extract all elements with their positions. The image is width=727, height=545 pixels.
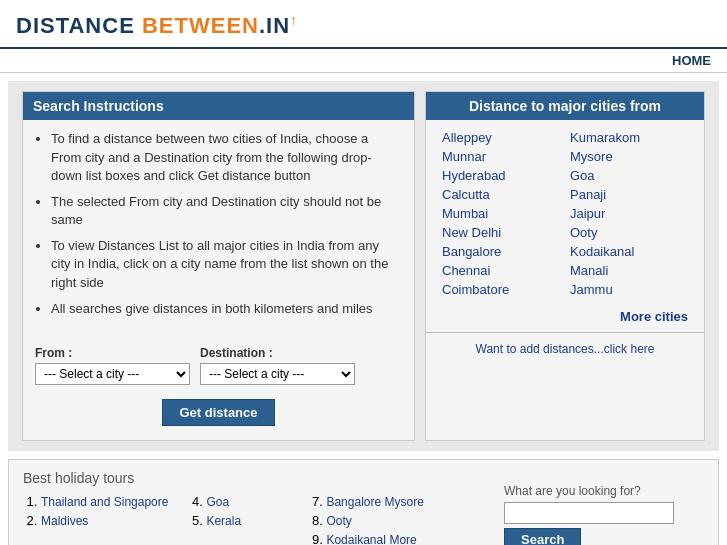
top-nav: HOME <box>0 49 727 73</box>
tour-link-maldives[interactable]: Maldives <box>41 514 88 528</box>
instruction-item-4: All searches give distances in both kilo… <box>51 300 402 318</box>
instruction-item-1: To find a distance between two cities of… <box>51 130 402 185</box>
city-link-mumbai[interactable]: Mumbai <box>442 206 560 221</box>
tour-item-7: Bangalore Mysore <box>326 494 423 509</box>
city-link-munnar[interactable]: Munnar <box>442 149 560 164</box>
city-link-alleppey[interactable]: Alleppey <box>442 130 560 145</box>
city-link-ooty[interactable]: Ooty <box>570 225 688 240</box>
city-link-jaipur[interactable]: Jaipur <box>570 206 688 221</box>
tours-column-3: Bangalore Mysore Ooty Kodaikanal More <box>308 494 423 545</box>
tour-link-kodaikanal[interactable]: Kodaikanal <box>326 533 385 545</box>
distance-to-cities-header: Distance to major cities from <box>426 92 704 120</box>
get-distance-button[interactable]: Get distance <box>162 399 274 426</box>
logo: DISTANCE BETWEEN.IN↑ <box>16 12 711 39</box>
tour-item-1: Thailand and Singapore <box>41 494 168 509</box>
city-link-calcutta[interactable]: Calcutta <box>442 187 560 202</box>
more-cities-link-area: More cities <box>426 307 704 332</box>
main-content: Search Instructions To find a distance b… <box>8 81 719 451</box>
get-distance-btn-area: Get distance <box>23 389 414 440</box>
city-link-jammu[interactable]: Jammu <box>570 282 688 297</box>
city-link-manali[interactable]: Manali <box>570 263 688 278</box>
tour-link-kerala[interactable]: Kerala <box>206 514 241 528</box>
add-distances-area: Want to add distances...click here <box>426 332 704 364</box>
from-label: From : <box>35 346 190 360</box>
more-tours-link[interactable]: More <box>389 533 416 545</box>
city-link-new-delhi[interactable]: New Delhi <box>442 225 560 240</box>
destination-city-select[interactable]: --- Select a city --- <box>200 363 355 385</box>
tour-link-thailand-singapore[interactable]: Thailand and Singapore <box>41 495 168 509</box>
search-instructions-body: To find a distance between two cities of… <box>23 120 414 336</box>
city-link-bangalore[interactable]: Bangalore <box>442 244 560 259</box>
tour-link-bangalore-mysore[interactable]: Bangalore Mysore <box>326 495 423 509</box>
search-box-label: What are you looking for? <box>504 484 641 498</box>
tour-item-5: Kerala <box>206 513 288 528</box>
form-row: From : --- Select a city --- Destination… <box>23 336 414 389</box>
city-link-panaji[interactable]: Panaji <box>570 187 688 202</box>
destination-label: Destination : <box>200 346 355 360</box>
tours-column-1: Thailand and Singapore Maldives <box>23 494 168 545</box>
holiday-tours-panel: Best holiday tours Thailand and Singapor… <box>23 470 494 545</box>
from-group: From : --- Select a city --- <box>35 346 190 385</box>
from-city-select[interactable]: --- Select a city --- <box>35 363 190 385</box>
tour-item-4: Goa <box>206 494 288 509</box>
tours-list-2: Goa Kerala <box>188 494 288 528</box>
search-button[interactable]: Search <box>504 528 581 545</box>
city-link-goa[interactable]: Goa <box>570 168 688 183</box>
cities-grid: Alleppey Kumarakom Munnar Mysore Hyderab… <box>426 120 704 307</box>
tour-item-2: Maldives <box>41 513 168 528</box>
search-box-panel: What are you looking for? Search <box>504 470 704 545</box>
home-link[interactable]: HOME <box>672 53 711 68</box>
city-link-coimbatore[interactable]: Coimbatore <box>442 282 560 297</box>
tour-item-9: Kodaikanal More <box>326 532 423 545</box>
search-instructions-header: Search Instructions <box>23 92 414 120</box>
header: DISTANCE BETWEEN.IN↑ <box>0 0 727 49</box>
city-link-kodaikanal[interactable]: Kodaikanal <box>570 244 688 259</box>
destination-group: Destination : --- Select a city --- <box>200 346 355 385</box>
tour-item-8: Ooty <box>326 513 423 528</box>
tour-link-goa[interactable]: Goa <box>206 495 229 509</box>
city-link-mysore[interactable]: Mysore <box>570 149 688 164</box>
tour-link-ooty[interactable]: Ooty <box>326 514 351 528</box>
instruction-item-3: To view Distances List to all major citi… <box>51 237 402 292</box>
left-panel: Search Instructions To find a distance b… <box>22 91 415 441</box>
city-link-hyderabad[interactable]: Hyderabad <box>442 168 560 183</box>
tours-list-3: Bangalore Mysore Ooty Kodaikanal More <box>308 494 423 545</box>
tours-lists: Thailand and Singapore Maldives Goa Kera… <box>23 494 494 545</box>
tours-column-2: Goa Kerala <box>188 494 288 545</box>
add-distances-link[interactable]: Want to add distances...click here <box>476 342 655 356</box>
search-input[interactable] <box>504 502 674 524</box>
more-cities-link[interactable]: More cities <box>620 309 688 324</box>
city-link-chennai[interactable]: Chennai <box>442 263 560 278</box>
right-panel: Distance to major cities from Alleppey K… <box>425 91 705 441</box>
instructions-list: To find a distance between two cities of… <box>35 130 402 318</box>
instruction-item-2: The selected From city and Destination c… <box>51 193 402 229</box>
bottom-section: Best holiday tours Thailand and Singapor… <box>8 459 719 545</box>
holiday-tours-title: Best holiday tours <box>23 470 494 486</box>
tours-list-1: Thailand and Singapore Maldives <box>23 494 168 528</box>
city-link-kumarakom[interactable]: Kumarakom <box>570 130 688 145</box>
